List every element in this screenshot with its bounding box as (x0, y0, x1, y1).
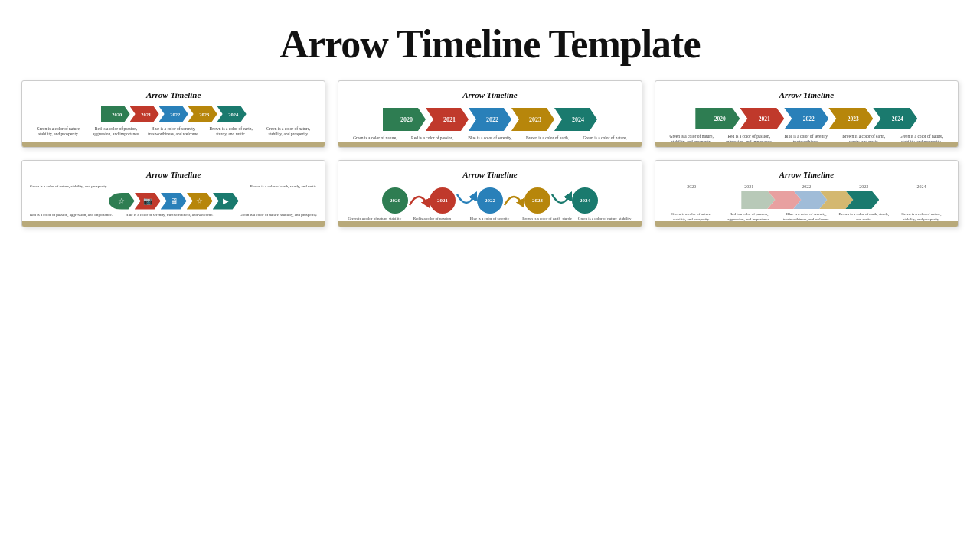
slide-6-title: Arrow Timeline (779, 170, 834, 179)
slide-2-title: Arrow Timeline (462, 90, 517, 99)
s2-text-1: Red is a color of passion, aggression, a… (407, 135, 459, 146)
slide-4-title: Arrow Timeline (146, 170, 201, 179)
page-title: Arrow Timeline Template (0, 0, 980, 80)
slide-card-3: Arrow Timeline 2020 2021 2022 2023 2024 … (655, 80, 959, 148)
s5-c2: 2021 (430, 187, 456, 214)
s6-yr-3: 2023 (838, 184, 890, 189)
s3-text-2: Blue is a color of serenity, trustworthi… (781, 134, 833, 145)
slide-3-title: Arrow Timeline (779, 90, 834, 99)
s4-icon-4: ☆ (187, 193, 213, 210)
slide-card-6: Arrow Timeline 2020 2021 2022 2023 2024 … (655, 160, 959, 227)
s3-arrow-2022: 2022 (784, 108, 828, 129)
s6-years: 2020 2021 2022 2023 2024 (663, 184, 950, 189)
s5-circles: 2020 2021 2022 2023 (382, 187, 598, 214)
s5-arc-2 (456, 190, 477, 211)
slide-1-texts: Green is a color of nature, stability, a… (30, 126, 317, 137)
slide-card-5: Arrow Timeline 2020 2021 2022 (338, 160, 642, 227)
s6-text-1: Red is a color of passion, aggression, a… (723, 212, 775, 222)
s1-text-3: Brown is a color of earth, sturdy, and r… (205, 126, 257, 137)
slide-5-title: Arrow Timeline (462, 170, 517, 179)
slide-2-arrows: 2020 2021 2022 2023 2024 (383, 108, 597, 131)
s2-text-4: Green is a color of nature, stability, a… (579, 135, 631, 146)
arrow-2020: 2020 (101, 106, 130, 122)
s3-text-0: Green is a color of nature, stability, a… (665, 134, 717, 145)
slide-card-4: Arrow Timeline Green is a color of natur… (21, 160, 325, 227)
s1-text-0: Green is a color of nature, stability, a… (33, 126, 85, 137)
s5-texts: Green is a color of nature, stability, a… (346, 217, 633, 227)
s4-icon-3: 🖥 (161, 193, 187, 210)
s4-icon-2: 📷 (135, 193, 161, 210)
slide-2-texts: Green is a color of nature, stability, a… (346, 135, 633, 146)
slide-5-inner: 2020 2021 2022 2023 (346, 184, 633, 227)
s3-arrow-2021: 2021 (740, 108, 784, 129)
s5-text-1: Red is a color of passion, aggression, a… (405, 217, 459, 227)
s3-text-3: Brown is a color of earth, sturdy, and r… (838, 134, 890, 145)
s1-text-1: Red is a color of passion, aggression, a… (90, 126, 142, 137)
s4-middle: ☆ 📷 🖥 ☆ ▶ (30, 193, 317, 210)
s6-yr-0: 2020 (665, 184, 717, 189)
s5-c3: 2022 (477, 187, 503, 214)
s4-top: Green is a color of nature, stability, a… (30, 184, 317, 190)
slide-3-texts: Green is a color of nature, stability, a… (663, 134, 950, 145)
s6-yr-1: 2021 (723, 184, 775, 189)
slide-1-arrows: 2020 2021 2022 2023 2024 (101, 106, 247, 122)
arrow-2022: 2022 (159, 106, 188, 122)
s5-text-4: Green is a color of nature, stability, a… (577, 217, 632, 227)
s4-bm-label: Blue is a color of serenity, trustworthi… (126, 213, 221, 218)
s2-arrow-2024: 2024 (554, 108, 597, 131)
slide-card-1: Arrow Timeline 2020 2021 2022 2023 2024 … (21, 80, 325, 148)
s6-texts: Green is a color of nature, stability, a… (663, 212, 950, 222)
slide-card-2: Arrow Timeline 2020 2021 2022 2023 2024 … (338, 80, 642, 148)
s1-text-4: Green is a color of nature, stability, a… (263, 126, 315, 137)
s4-icon-1: ☆ (109, 193, 135, 210)
s5-c1: 2020 (382, 187, 408, 214)
s2-arrow-2020: 2020 (383, 108, 426, 131)
s6-yr-4: 2024 (896, 184, 948, 189)
s5-arc-3 (503, 190, 524, 211)
s3-arrow-2020: 2020 (695, 108, 740, 129)
s1-text-2: Blue is a color of serenity, trustworthi… (148, 126, 200, 137)
s2-arrow-2021: 2021 (426, 108, 469, 131)
s5-c4: 2023 (524, 187, 550, 214)
s2-arrow-2023: 2023 (511, 108, 554, 131)
s3-arrow-2024: 2024 (873, 108, 917, 129)
s4-tl-label: Green is a color of nature, stability, a… (30, 184, 151, 190)
s4-bottom: Red is a color of passion, aggression, a… (30, 213, 317, 218)
s6-text-4: Green is a color of nature, stability, a… (896, 212, 948, 222)
slide-grid: Arrow Timeline 2020 2021 2022 2023 2024 … (0, 80, 980, 241)
slide-1-title: Arrow Timeline (146, 90, 201, 99)
s4-br-label: Green is a color of nature, stability, a… (221, 213, 317, 218)
s6-arrows (741, 191, 871, 209)
s2-arrow-2022: 2022 (469, 108, 511, 131)
s4-tr-label: Brown is a color of earth, sturdy, and r… (197, 184, 318, 190)
s5-arc-1 (408, 190, 430, 211)
s2-text-3: Brown is a color of earth, sturdy, and r… (521, 135, 573, 146)
s5-arc-4 (550, 190, 572, 211)
s3-text-1: Red is a color of passion, aggression, a… (723, 134, 775, 145)
s4-bl-label: Red is a color of passion, aggression, a… (30, 213, 126, 218)
arrow-2021: 2021 (130, 106, 159, 122)
s6-text-0: Green is a color of nature, stability, a… (665, 212, 717, 222)
slide-4-inner: Green is a color of nature, stability, a… (30, 184, 317, 217)
s2-text-2: Blue is a color of serenity, trustworthi… (464, 135, 516, 146)
slide-3-arrows: 2020 2021 2022 2023 2024 (695, 108, 917, 129)
s5-text-2: Blue is a color of serenity, trustworthi… (462, 217, 517, 227)
s5-text-0: Green is a color of nature, stability, a… (348, 217, 402, 227)
s6-text-3: Brown is a color of earth, sturdy, and r… (838, 212, 890, 222)
s2-text-0: Green is a color of nature, stability, a… (349, 135, 401, 146)
s3-text-4: Green is a color of nature, stability, a… (896, 134, 948, 145)
s3-arrow-2023: 2023 (828, 108, 873, 129)
s5-text-3: Brown is a color of earth, sturdy, and r… (520, 217, 574, 227)
s6-text-2: Blue is a color of serenity, trustworthi… (781, 212, 833, 222)
arrow-2024: 2024 (217, 106, 247, 122)
arrow-2023: 2023 (188, 106, 217, 122)
s6-yr-2: 2022 (781, 184, 833, 189)
s5-c5: 2024 (572, 187, 598, 214)
s4-icon-5: ▶ (213, 193, 239, 210)
